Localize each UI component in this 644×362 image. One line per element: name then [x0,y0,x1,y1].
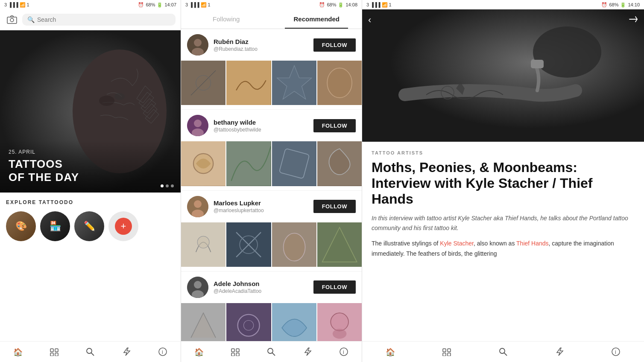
explore-circles: 🎨 🏪 ✏️ + [6,211,175,241]
status-bar-3: 3 ▐▐▐ 📶 1 ⏰ 68% 🔋 14:10 [362,0,644,9]
nav-info-1[interactable]: i [157,346,169,358]
explore-circle-3[interactable]: ✏️ [74,211,104,241]
svg-rect-64 [362,9,644,142]
artist-header-0: Rubén Diaz @Rubendiaz.tattoo FOLLOW [181,29,362,61]
hero-image: 25. APRIL TATTOOSOF THE DAY [0,30,181,193]
artist-handle-3: @AdeleAcadiaTattoo [214,288,308,294]
explore-section: EXPLORE TATTOODO 🎨 🏪 ✏️ + [0,193,181,341]
photo-2-1[interactable] [226,222,271,267]
article-body-mid: , also known as [474,240,516,247]
artist-photos-1 [181,141,362,190]
battery-icon-3: 🔋 [620,2,626,8]
nav-info-3[interactable]: i [610,346,622,358]
svg-point-1 [10,18,14,22]
artist-info-2: Marloes Lupker @marloeslupkertattoo [214,199,308,213]
explore-add-button[interactable]: + [108,211,138,241]
battery-icon-2: 🔋 [338,2,344,8]
time-3: 14:10 [628,2,640,7]
article-intro: In this interview with tattoo artist Kyl… [372,213,635,233]
tab-following[interactable]: Following [181,9,272,29]
svg-rect-56 [231,349,234,352]
artist-photos-2 [181,222,362,271]
tabs-row: Following Recommended [181,9,362,29]
search-input-wrap[interactable]: 🔍 [22,14,176,26]
svg-rect-70 [448,349,451,352]
follow-button-3[interactable]: FOLLOW [313,280,356,294]
time-2: 14:08 [345,2,357,7]
explore-circle-1[interactable]: 🎨 [6,211,36,241]
svg-text:i: i [343,349,344,355]
photo-2-2[interactable] [272,222,316,267]
photo-3-2[interactable] [272,303,316,341]
artist-info-3: Adele Johnson @AdeleAcadiaTattoo [214,280,308,294]
svg-point-38 [197,236,209,248]
follow-button-2[interactable]: FOLLOW [313,200,356,213]
photo-1-0[interactable] [181,141,225,186]
artist-photos-3 [181,303,362,341]
camera-button[interactable] [5,13,19,26]
carrier-3: 1 [389,2,392,7]
dots-indicator [161,184,174,187]
status-bar-1: 3 ▐▐▐ 📶 1 ⏰ 68% 🔋 14:07 [0,0,181,9]
photo-1-3[interactable] [317,141,362,186]
artist-avatar-1[interactable] [187,115,208,136]
nav-browse-1[interactable] [48,346,60,358]
follow-button-1[interactable]: FOLLOW [313,119,356,132]
artist-avatar-0[interactable] [187,34,208,55]
svg-rect-7 [50,349,53,352]
nav-info-2[interactable]: i [338,346,350,358]
battery-2: 68% [327,2,336,7]
search-icon: 🔍 [27,16,35,23]
svg-point-4 [99,96,114,106]
svg-rect-67 [531,60,544,68]
svg-text:i: i [615,349,616,355]
battery-icon-1: 🔋 [157,2,163,8]
photo-3-3[interactable] [317,303,362,341]
artist-name-3: Adele Johnson [214,280,308,287]
artist-avatar-3[interactable] [187,277,208,298]
photo-1-1[interactable] [226,141,271,186]
share-button[interactable] [629,15,638,26]
photo-0-2[interactable] [272,61,316,105]
photo-0-1[interactable] [226,61,271,105]
photo-0-0[interactable] [181,61,225,105]
tab-recommended[interactable]: Recommended [272,9,362,29]
search-input[interactable] [37,16,170,23]
hero-date: 25. APRIL [9,149,172,155]
nav-home-1[interactable]: 🏠 [12,346,24,358]
bottom-nav-2: 🏠 i [181,341,362,362]
artist-header-1: bethany wilde @tattoosbybethwilde FOLLOW [181,110,362,141]
nav-flash-2[interactable] [302,346,313,358]
status-left-2: 3 ▐▐▐ 📶 1 [185,2,211,8]
photo-3-1[interactable] [226,303,271,341]
svg-point-24 [327,68,352,98]
alarm-2: ⏰ [319,2,325,8]
nav-search-2[interactable] [265,346,277,358]
nav-browse-2[interactable] [229,346,241,358]
photo-2-0[interactable] [181,222,225,267]
artist-name-1: bethany wilde [214,119,308,126]
photo-2-3[interactable] [317,222,362,267]
follow-button-0[interactable]: FOLLOW [313,38,356,52]
photo-1-2[interactable] [272,141,316,186]
nav-flash-3[interactable] [553,346,565,358]
wifi-3: 📶 [382,2,388,8]
dot-2 [166,184,169,187]
nav-flash-1[interactable] [120,346,132,358]
svg-text:i: i [162,349,163,355]
nav-home-2[interactable]: 🏠 [193,346,205,358]
explore-circle-2[interactable]: 🏪 [40,211,70,241]
photo-0-3[interactable] [317,61,362,105]
back-button[interactable]: ‹ [368,15,371,26]
nav-search-3[interactable] [497,346,509,358]
hero-overlay: 25. APRIL TATTOOSOF THE DAY [0,140,181,193]
article-link-2[interactable]: Thief Hands [516,240,548,247]
add-icon: + [115,218,132,235]
nav-browse-3[interactable] [441,346,453,358]
nav-home-3[interactable]: 🏠 [384,346,396,358]
article-link-1[interactable]: Kyle Stacher [440,240,474,247]
artist-avatar-2[interactable] [187,196,208,217]
svg-line-12 [91,353,94,356]
photo-3-0[interactable] [181,303,225,341]
nav-search-1[interactable] [84,346,96,358]
